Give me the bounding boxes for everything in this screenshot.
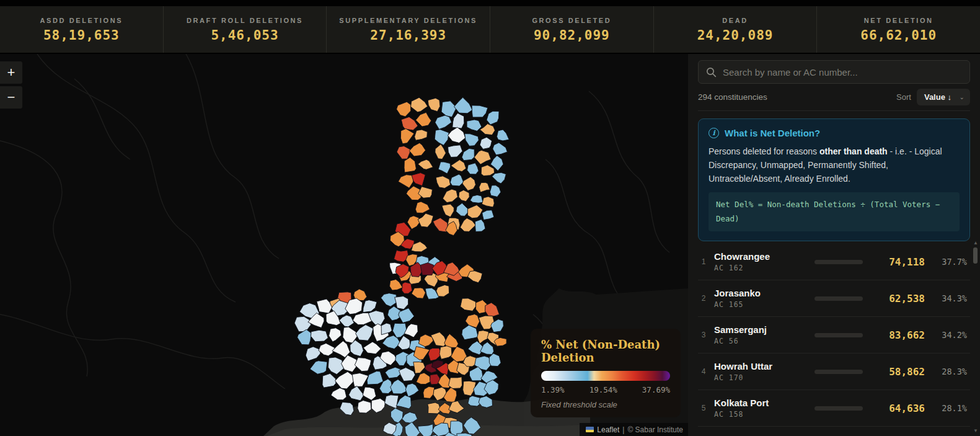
map-cell[interactable] (442, 204, 454, 217)
map-cell[interactable] (399, 308, 414, 323)
map-cell[interactable] (416, 112, 431, 127)
map-cell[interactable] (449, 377, 462, 389)
map-cell[interactable] (470, 195, 483, 203)
map-cell[interactable] (404, 324, 418, 337)
map-cell[interactable] (397, 102, 411, 117)
map-cell[interactable] (418, 159, 433, 169)
map-cell[interactable] (322, 373, 336, 388)
map-cell[interactable] (392, 323, 407, 337)
map-cell[interactable] (435, 145, 446, 159)
map-cell[interactable] (467, 163, 479, 174)
map-cell[interactable] (439, 346, 452, 360)
map-cell[interactable] (438, 162, 451, 174)
map-cell[interactable] (385, 367, 402, 378)
map-cell[interactable] (435, 115, 452, 130)
map-cell[interactable] (397, 146, 411, 159)
map-cell[interactable] (452, 113, 464, 128)
map-cell[interactable] (335, 371, 355, 389)
map-cell[interactable] (436, 176, 450, 189)
map-cell[interactable] (472, 105, 488, 117)
map-cell[interactable] (448, 127, 465, 143)
map-cell[interactable] (395, 296, 408, 309)
leaflet-link[interactable]: Leaflet (597, 425, 619, 434)
list-item[interactable]: 5 Kolkata Port AC 158 64,636 28.1% (698, 390, 970, 427)
map-cell[interactable] (480, 137, 492, 149)
map-cell[interactable] (319, 343, 335, 355)
map-cell[interactable] (358, 401, 371, 413)
map-cell[interactable] (475, 220, 486, 232)
map-cell[interactable] (306, 347, 320, 361)
sort-select[interactable]: Value ↓ ⌄ (917, 89, 970, 105)
map-cell[interactable] (485, 303, 500, 317)
map-cell[interactable] (415, 202, 430, 213)
map-cell[interactable] (467, 120, 482, 131)
scroll-down-icon[interactable]: ▼ (973, 428, 978, 434)
list-item[interactable]: 2 Jorasanko AC 165 62,538 34.3% (698, 280, 970, 317)
map-cell[interactable] (482, 210, 494, 220)
map-cell[interactable] (436, 285, 449, 296)
map-cell[interactable] (409, 143, 425, 156)
map-cell[interactable] (415, 130, 428, 140)
map-cell[interactable] (494, 337, 506, 346)
map-cell[interactable] (367, 371, 383, 385)
scrollbar-thumb[interactable] (973, 247, 978, 264)
map-cell[interactable] (462, 177, 476, 190)
map-cell[interactable] (310, 361, 327, 375)
map-cell[interactable] (451, 160, 466, 172)
map-cell[interactable] (428, 98, 440, 112)
map-cell[interactable] (462, 148, 474, 160)
map-cell[interactable] (481, 165, 494, 176)
map-cell[interactable] (391, 380, 408, 394)
map-cell[interactable] (479, 182, 490, 192)
map-cell[interactable] (401, 117, 418, 130)
map-cell[interactable] (399, 368, 415, 381)
map-cell[interactable] (431, 332, 447, 347)
map-cell[interactable] (423, 386, 435, 398)
map-cell[interactable] (381, 293, 397, 307)
zoom-out-button[interactable]: − (0, 86, 22, 109)
map-cell[interactable] (450, 174, 463, 186)
map-cell[interactable] (349, 386, 364, 401)
map-cell[interactable] (418, 213, 433, 227)
map-cell[interactable] (407, 216, 420, 229)
map-cell[interactable] (381, 323, 392, 335)
map-cell[interactable] (441, 101, 456, 117)
map-cell[interactable] (363, 342, 381, 354)
map-cell[interactable] (363, 387, 376, 400)
map-cell[interactable] (412, 173, 425, 186)
map-cell[interactable] (460, 218, 475, 232)
map-cell[interactable] (311, 330, 328, 342)
map-cell[interactable] (482, 197, 494, 207)
map-cell[interactable] (328, 357, 343, 375)
map-cell[interactable] (487, 111, 499, 125)
zoom-in-button[interactable]: + (0, 61, 22, 84)
map-cell[interactable] (480, 342, 494, 355)
map-cell[interactable] (342, 355, 358, 372)
list-item[interactable]: 3 Samserganj AC 56 83,662 34.2% (698, 317, 970, 354)
map-cell[interactable] (493, 143, 508, 155)
map-cell[interactable] (363, 300, 377, 313)
scroll-up-icon[interactable]: ▲ (973, 240, 978, 246)
map-cell[interactable] (467, 271, 482, 283)
map-cell[interactable] (413, 362, 425, 374)
map-cell[interactable] (411, 97, 428, 112)
map-cell[interactable] (497, 130, 510, 141)
map-cell[interactable] (352, 373, 368, 387)
map-cell[interactable] (355, 358, 371, 371)
map-cell[interactable] (454, 97, 473, 113)
map-cell[interactable] (428, 403, 441, 414)
map-cell[interactable] (405, 383, 418, 397)
list-item[interactable]: 1 Chowrangee AC 162 74,118 37.7% (698, 244, 970, 280)
map-cell[interactable] (466, 314, 480, 328)
map-cell[interactable] (444, 334, 459, 347)
map-cell[interactable] (368, 311, 385, 326)
map-cell[interactable] (400, 128, 414, 143)
map-cell[interactable] (417, 373, 431, 384)
map-cell[interactable] (448, 145, 462, 158)
map-cell[interactable] (480, 124, 495, 135)
map-cell[interactable] (459, 190, 469, 201)
map-cell[interactable] (490, 185, 501, 197)
map-cell[interactable] (404, 158, 416, 172)
map-cell[interactable] (412, 288, 426, 298)
list-item[interactable]: 4 Howrah Uttar AC 170 58,862 28.3% (698, 354, 970, 390)
